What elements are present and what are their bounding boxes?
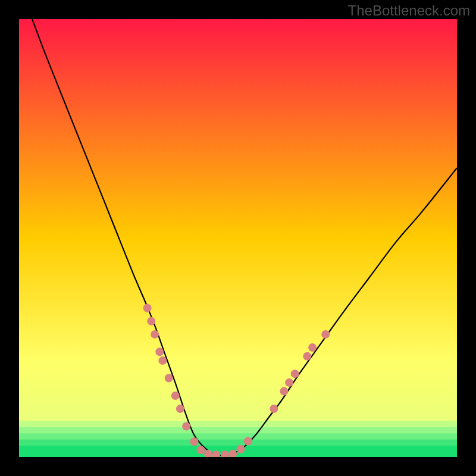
marker-dot bbox=[236, 445, 245, 453]
chart-container: TheBottleneck.com bbox=[0, 0, 476, 476]
svg-rect-4 bbox=[19, 440, 457, 446]
marker-dot bbox=[303, 352, 311, 361]
marker-dot bbox=[143, 304, 152, 312]
watermark-label: TheBottleneck.com bbox=[348, 2, 470, 19]
svg-rect-2 bbox=[19, 427, 457, 433]
marker-dot bbox=[285, 378, 293, 387]
marker-dot bbox=[212, 450, 220, 459]
marker-dot bbox=[158, 356, 167, 365]
bottleneck-chart bbox=[0, 0, 476, 476]
marker-dot bbox=[221, 450, 229, 459]
marker-dot bbox=[321, 330, 330, 339]
marker-dot bbox=[228, 450, 237, 458]
marker-dot bbox=[291, 369, 299, 378]
marker-dot bbox=[308, 343, 317, 352]
marker-dot bbox=[182, 422, 190, 430]
marker-dot bbox=[151, 330, 159, 339]
marker-dot bbox=[147, 317, 155, 325]
marker-dot bbox=[244, 437, 252, 446]
svg-rect-1 bbox=[19, 421, 457, 427]
marker-dot bbox=[204, 450, 212, 458]
marker-dot bbox=[176, 405, 184, 413]
gradient-background bbox=[19, 19, 457, 457]
marker-dot bbox=[270, 405, 278, 413]
svg-rect-3 bbox=[19, 433, 457, 439]
marker-dot bbox=[155, 347, 164, 356]
marker-dot bbox=[171, 392, 180, 400]
marker-dot bbox=[165, 374, 173, 383]
marker-dot bbox=[190, 437, 198, 446]
marker-dot bbox=[196, 446, 205, 454]
marker-dot bbox=[280, 387, 288, 396]
